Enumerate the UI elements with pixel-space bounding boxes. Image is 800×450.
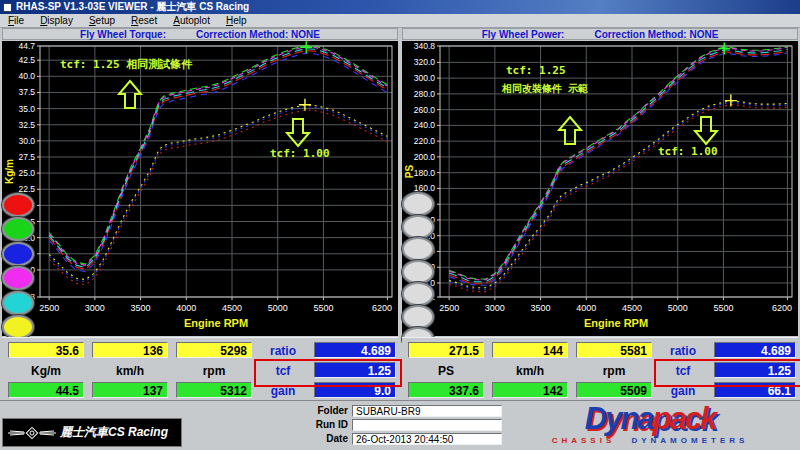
svg-text:32.5: 32.5 <box>18 120 35 130</box>
torque-peak-rpm: 5298 <box>176 342 252 358</box>
channel-button[interactable] <box>2 242 34 266</box>
torque-peak2-value: 44.5 <box>8 382 84 398</box>
svg-text:5000: 5000 <box>268 303 288 313</box>
svg-text:5500: 5500 <box>713 303 733 313</box>
dynapack-text-dyna: Dyna <box>585 401 653 436</box>
gain-label: gain <box>260 382 306 398</box>
channel-button[interactable] <box>402 282 434 306</box>
menu-bar: File Display Setup Reset Autoplot Help <box>0 14 800 28</box>
svg-text:PS: PS <box>404 165 415 179</box>
torque-peak2-rpm: 5312 <box>176 382 252 398</box>
torque-peak-speed: 136 <box>92 342 168 358</box>
svg-text:4000: 4000 <box>176 303 196 313</box>
channel-button[interactable] <box>402 305 434 329</box>
power-peak2-rpm: 5509 <box>576 382 652 398</box>
channel-button[interactable] <box>2 315 34 339</box>
svg-text:25.0: 25.0 <box>18 168 35 178</box>
tcf-value[interactable]: 1.25 <box>714 362 796 378</box>
svg-text:tcf: 1.00: tcf: 1.00 <box>270 147 330 160</box>
svg-text:Kg/m: Kg/m <box>4 159 15 184</box>
svg-text:4500: 4500 <box>222 303 242 313</box>
folder-field[interactable]: SUBARU-BR9 <box>352 405 502 417</box>
svg-text:2500: 2500 <box>39 303 59 313</box>
svg-text:tcf: 1.25: tcf: 1.25 <box>506 64 566 77</box>
svg-text:30.0: 30.0 <box>18 136 35 146</box>
torque-peak2-speed: 137 <box>92 382 168 398</box>
menu-autoplot[interactable]: Autoplot <box>165 15 218 26</box>
svg-text:4500: 4500 <box>622 303 642 313</box>
svg-text:3000: 3000 <box>485 303 505 313</box>
svg-text:6200: 6200 <box>772 303 792 313</box>
tcf-label: tcf <box>260 362 306 378</box>
channel-button[interactable] <box>2 291 34 315</box>
tcf-label: tcf <box>660 362 706 378</box>
torque-chart[interactable]: 2500300035004000450050005500620044.742.5… <box>2 41 398 336</box>
channel-button[interactable] <box>2 193 34 217</box>
run-id-label: Run ID <box>288 419 352 430</box>
ratio-label: ratio <box>260 342 306 358</box>
menu-reset[interactable]: Reset <box>123 15 165 26</box>
ratio-label: ratio <box>660 342 706 358</box>
power-chart[interactable]: 25003000350040004500500055006200340.8320… <box>402 41 798 336</box>
gain-value: 66.1 <box>714 382 796 398</box>
date-label: Date <box>288 433 352 444</box>
power-peak2-value: 337.6 <box>408 382 484 398</box>
gain-value: 9.0 <box>314 382 396 398</box>
menu-setup[interactable]: Setup <box>81 15 123 26</box>
svg-text:27.5: 27.5 <box>18 152 35 162</box>
power-peak2-speed: 142 <box>492 382 568 398</box>
wings-emblem-icon <box>7 425 57 441</box>
menu-display[interactable]: Display <box>32 15 81 26</box>
run-info-fields: Folder SUBARU-BR9 Run ID Date 26-Oct-201… <box>288 404 502 446</box>
svg-text:42.5: 42.5 <box>18 55 35 65</box>
dynapack-sub-chassis: CHASSIS <box>552 436 616 445</box>
menu-help[interactable]: Help <box>218 15 255 26</box>
run-id-field[interactable] <box>352 419 502 431</box>
svg-text:4000: 4000 <box>576 303 596 313</box>
power-readout-panel: 271.5 144 5581 ratio 4.689 PS km/h rpm t… <box>402 337 798 401</box>
speed-unit-label: km/h <box>92 362 168 378</box>
svg-text:3500: 3500 <box>531 303 551 313</box>
app-icon <box>3 3 12 12</box>
svg-text:6200: 6200 <box>372 303 392 313</box>
chart-canvas: 2500300035004000450050005500620044.742.5… <box>2 41 398 336</box>
folder-label: Folder <box>288 405 352 416</box>
torque-peak-value: 35.6 <box>8 342 84 358</box>
channel-button[interactable] <box>402 260 434 284</box>
dynapack-logo-text: Dynapack <box>506 403 794 435</box>
svg-text:2500: 2500 <box>439 303 459 313</box>
svg-text:280.0: 280.0 <box>414 89 436 99</box>
svg-text:3500: 3500 <box>131 303 151 313</box>
channel-button[interactable] <box>2 266 34 290</box>
svg-text:3000: 3000 <box>85 303 105 313</box>
title-bar[interactable]: RHAS-SP V1.3-03E VIEWER - 麗士汽車 CS Racing <box>0 0 800 14</box>
channel-button[interactable] <box>402 215 434 239</box>
cs-racing-logo-text: 麗士汽車CS Racing <box>60 424 168 441</box>
tcf-value[interactable]: 1.25 <box>314 362 396 378</box>
dynapack-logo: Dynapack CHASSIS DYNAMOMETERS <box>506 403 794 448</box>
footer: 麗士汽車CS Racing Folder SUBARU-BR9 Run ID D… <box>0 400 800 450</box>
channel-button[interactable] <box>402 237 434 261</box>
date-field[interactable]: 26-Oct-2013 20:44:50 <box>352 433 502 445</box>
torque-unit-label: Kg/m <box>8 362 84 378</box>
torque-correction-method: Correction Method: NONE <box>196 29 320 40</box>
svg-text:tcf: 1.25 相同測試條件: tcf: 1.25 相同測試條件 <box>60 58 193 71</box>
svg-text:320.0: 320.0 <box>414 57 436 67</box>
dynapack-sub-dynamometers: DYNAMOMETERS <box>631 436 748 445</box>
power-peak-speed: 144 <box>492 342 568 358</box>
power-peak-rpm: 5581 <box>576 342 652 358</box>
ratio-value: 4.689 <box>314 342 396 358</box>
channel-button[interactable] <box>402 192 434 216</box>
svg-text:5000: 5000 <box>668 303 688 313</box>
svg-text:Engine RPM: Engine RPM <box>584 317 648 329</box>
dynapack-subtitle: CHASSIS DYNAMOMETERS <box>506 436 794 445</box>
svg-text:180.0: 180.0 <box>414 168 436 178</box>
menu-file[interactable]: File <box>0 15 32 26</box>
torque-readout-panel: 35.6 136 5298 ratio 4.689 Kg/m km/h rpm … <box>2 337 398 401</box>
svg-text:300.0: 300.0 <box>414 73 436 83</box>
svg-text:340.8: 340.8 <box>414 41 436 51</box>
svg-text:Engine RPM: Engine RPM <box>184 317 248 329</box>
power-correction-method: Correction Method: NONE <box>594 29 718 40</box>
speed-unit-label: km/h <box>492 362 568 378</box>
ratio-value: 4.689 <box>714 342 796 358</box>
